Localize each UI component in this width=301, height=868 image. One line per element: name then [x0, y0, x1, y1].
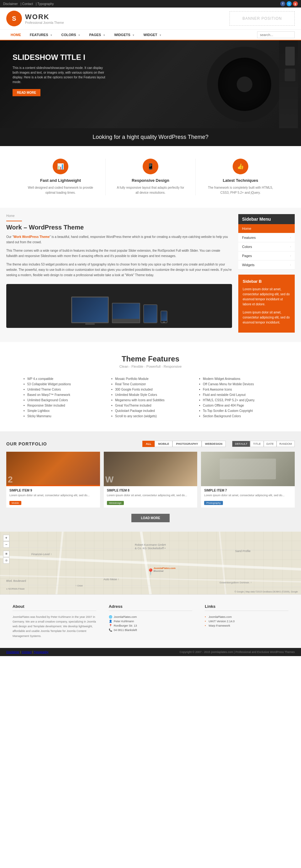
sidebar-item-features[interactable]: Features › — [238, 233, 295, 242]
sort-default-button[interactable]: DEFAULT — [232, 441, 250, 447]
footer-links: Links JoomlaPlates.com UIKIT Version 2.1… — [205, 604, 289, 639]
laptop-device — [112, 303, 140, 323]
map-zoom-in-button[interactable]: + — [3, 535, 9, 541]
portfolio-section: OUR PORTFOLIO ALL MOBILE PHOTOGRAPHY WEB… — [0, 431, 301, 532]
footer-address-text-2: Peter Kuhlmann — [114, 620, 134, 623]
person-icon: 👤 — [109, 620, 112, 623]
map-label: Robert Kurzmann GmbH — [135, 543, 166, 547]
filter-mobile-button[interactable]: MOBILE — [155, 441, 173, 447]
nav-item-colors[interactable]: COLORS ▼ — [57, 30, 85, 40]
feature-list-item: Sticky Mammanu — [24, 413, 102, 419]
chevron-down-icon: ▼ — [132, 34, 135, 37]
nav-item-features[interactable]: FEATURES ▼ — [25, 30, 57, 40]
portfolio-image-9[interactable]: 2 — [6, 452, 100, 486]
disclaimer-link[interactable]: Disclaimer — [3, 2, 18, 6]
laptop-screen — [113, 304, 140, 319]
slideshow-text: This is a content slideshow/showcase lay… — [12, 65, 107, 84]
nav-item-home[interactable]: HOME — [6, 30, 25, 40]
header: S WORK Professional Joomla Theme BANNER … — [0, 7, 301, 30]
portfolio-controls: ALL MOBILE PHOTOGRAPHY WEBDESIGN DEFAULT… — [142, 441, 295, 447]
logo[interactable]: S WORK Professional Joomla Theme — [6, 11, 64, 26]
search-input[interactable] — [257, 31, 295, 38]
feature-list-item: Quickstart Package included — [111, 408, 190, 413]
feature-list-item: Unlimited Theme Colors — [24, 387, 102, 392]
portfolio-item-title-7: SIMPLE ITEM 7 — [201, 486, 295, 493]
sidebar-features-label: Features — [242, 236, 255, 240]
sidebar-item-widgets[interactable]: Widgets › — [238, 260, 295, 270]
facebook-icon[interactable]: f — [280, 1, 285, 6]
sidebar-item-colors[interactable]: Colors › — [238, 242, 295, 251]
footer-link-item-3[interactable]: Warp Framework — [205, 623, 289, 628]
slideshow-title: SLIDESHOW TITLE I — [12, 53, 107, 62]
footer-link-item-1[interactable]: JoomlaPlates.com — [205, 615, 289, 619]
feature-list-2: Mosaic Portfolio Module Real Time Custom… — [111, 376, 190, 419]
twitter-icon[interactable]: t — [287, 1, 292, 6]
wordpress-theme-emphasis: WordPress Theme — [22, 235, 50, 239]
portfolio-image-7[interactable] — [201, 452, 295, 486]
filter-webdesign-button[interactable]: WEBDESIGN — [202, 441, 226, 447]
portfolio-item-7: SIMPLE ITEM 7 Lorem ipsum dolor sit amet… — [201, 452, 295, 507]
map-controls: + − ⊞ ◎ — [3, 535, 9, 564]
theme-features-section: Theme Features Clean - Flexible - Powerf… — [0, 342, 301, 431]
sidebar-item-pages[interactable]: Pages › — [238, 251, 295, 260]
slideshow-content: SLIDESHOW TITLE I This is a content slid… — [12, 53, 107, 96]
footer-link-3[interactable]: Warp Framework — [209, 624, 230, 627]
sort-random-button[interactable]: RANDOM — [276, 441, 295, 447]
portfolio-tag-8[interactable]: Webdesign — [107, 501, 124, 505]
monitor-screen — [72, 298, 108, 322]
feature-text-3: The framework is completely built with H… — [205, 185, 276, 195]
read-more-button[interactable]: Read More — [12, 89, 40, 96]
typography-link[interactable]: Typography — [37, 2, 54, 6]
portfolio-tag-7[interactable]: Photography — [204, 501, 222, 505]
nav-item-widget[interactable]: WIDGET ▼ — [139, 30, 166, 40]
feature-list-item: Font Awesome Icons — [199, 387, 277, 392]
portfolio-tag-9[interactable]: Mobile — [9, 501, 21, 505]
footer-link-2[interactable]: UIKIT Version 2.14.0 — [209, 620, 235, 623]
footer-about-text: JoomlaPlates was founded by Peter Kuhlma… — [12, 615, 96, 639]
footer-links-list: JoomlaPlates.com UIKIT Version 2.14.0 Wa… — [205, 615, 289, 628]
feature-list-item: WP 4.x compatible — [24, 376, 102, 381]
feature-text-2: A fully responsive layout that adapts pe… — [115, 185, 186, 195]
phone-icon: 📞 — [109, 628, 112, 632]
feature-title-1: Fast and Lightweight — [25, 178, 96, 183]
globe-icon: 🌐 — [109, 615, 112, 618]
googleplus-icon[interactable]: g — [293, 1, 298, 6]
article-text-2: This Theme comes with a wide range of bu… — [6, 248, 232, 258]
nav-item-widgets[interactable]: WIDGETS ▼ — [110, 30, 139, 40]
phone-device — [160, 311, 168, 323]
map-dashboard-button[interactable]: ⊞ — [3, 551, 9, 557]
sort-date-button[interactable]: DATE — [264, 441, 276, 447]
map-label: GowenbergsBern Dohtnstr. ↑ — [219, 581, 252, 584]
map-section: Finanzei-Level ↑ Robert Kurzmann GmbH & … — [0, 532, 301, 594]
logo-subtitle: Professional Joomla Theme — [25, 21, 64, 25]
map-copyright: © Google | Map data ©2015 GeoBasis-DE/BK… — [235, 591, 298, 593]
logo-icon: S — [6, 11, 22, 26]
map-ctrl-separator — [3, 548, 9, 551]
contact-link[interactable]: Contact — [22, 2, 33, 6]
sort-title-button[interactable]: TITLE — [250, 441, 264, 447]
portfolio-item-title-8: SIMPLE ITEM 8 — [104, 486, 198, 493]
nav-item-pages[interactable]: PAGES ▼ — [85, 30, 110, 40]
item-color-bar — [6, 485, 100, 486]
load-more-button[interactable]: LOAD MORE — [131, 514, 169, 522]
bottom-disclaimer-link[interactable]: Disclaimer — [6, 650, 20, 654]
thumbsup-icon: 👍 — [233, 159, 248, 174]
sidebar-item-home[interactable]: Home — [238, 224, 295, 233]
bottom-bar: Disclaimer | Contact | Typography Copyri… — [0, 648, 301, 656]
portfolio-image-8[interactable]: W — [104, 452, 198, 486]
filter-photography-button[interactable]: PHOTOGRAPHY — [173, 441, 201, 447]
footer-link-item-2[interactable]: UIKIT Version 2.14.0 — [205, 619, 289, 623]
filter-all-button[interactable]: ALL — [142, 441, 155, 447]
map-globe-button[interactable]: ◎ — [3, 557, 9, 564]
portfolio-item-title-9: SIMPLE ITEM 9 — [6, 486, 100, 493]
tablet-device — [143, 304, 157, 323]
content-area: Home Work – WordPress Theme Our "Work Wo… — [0, 208, 301, 342]
footer-link-1[interactable]: JoomlaPlates.com — [209, 615, 232, 618]
chevron-down-icon: ▼ — [103, 34, 106, 37]
title-underline — [6, 221, 22, 221]
bottom-contact-link[interactable]: Contact — [22, 650, 31, 654]
map-zoom-out-button[interactable]: − — [3, 541, 9, 548]
bottom-typography-link[interactable]: Typography — [34, 650, 49, 654]
feature-list-item: Based on Warp7™ Framework — [24, 392, 102, 398]
map-label: ↑ Orbit — [75, 584, 83, 587]
